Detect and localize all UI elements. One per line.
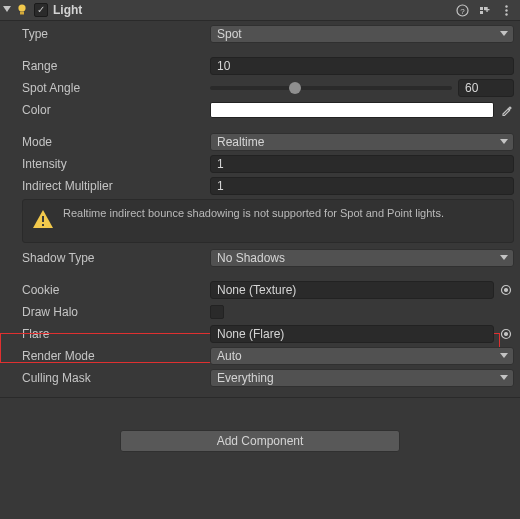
svg-rect-2 — [20, 12, 24, 15]
row-draw-halo: Draw Halo — [6, 303, 514, 321]
add-component-button[interactable]: Add Component — [120, 430, 400, 452]
svg-point-11 — [505, 9, 507, 11]
input-range[interactable]: 10 — [210, 57, 514, 75]
label-type: Type — [22, 27, 210, 41]
color-swatch[interactable] — [210, 102, 494, 118]
component-header[interactable]: ✓ Light ? — [0, 0, 520, 21]
svg-marker-13 — [500, 31, 508, 36]
dropdown-shadow-type[interactable]: No Shadows — [210, 249, 514, 267]
label-color: Color — [22, 103, 210, 117]
chevron-down-icon — [500, 371, 508, 385]
svg-point-10 — [505, 5, 507, 7]
svg-marker-18 — [500, 255, 508, 260]
chevron-down-icon — [500, 135, 508, 149]
svg-point-12 — [505, 13, 507, 15]
dropdown-type-value: Spot — [217, 27, 242, 41]
svg-rect-9 — [486, 7, 487, 12]
svg-point-20 — [505, 289, 508, 292]
label-cookie: Cookie — [22, 283, 210, 297]
label-indirect: Indirect Multiplier — [22, 179, 210, 193]
svg-rect-7 — [480, 11, 483, 14]
dropdown-shadow-type-value: No Shadows — [217, 251, 285, 265]
label-mode: Mode — [22, 135, 210, 149]
objectfield-cookie[interactable]: None (Texture) — [210, 281, 494, 299]
label-shadow-type: Shadow Type — [22, 251, 210, 265]
chevron-down-icon — [500, 27, 508, 41]
row-spot-angle: Spot Angle 60 — [6, 79, 514, 97]
object-picker-icon[interactable] — [498, 282, 514, 298]
svg-point-1 — [18, 4, 25, 11]
input-range-value: 10 — [217, 59, 230, 73]
row-type: Type Spot — [6, 25, 514, 43]
checkmark-icon: ✓ — [37, 5, 45, 15]
row-indirect: Indirect Multiplier 1 — [6, 177, 514, 195]
row-cookie: Cookie None (Texture) — [6, 281, 514, 299]
warning-icon — [29, 206, 57, 234]
svg-rect-16 — [42, 216, 44, 222]
input-intensity-value: 1 — [217, 157, 224, 171]
dropdown-culling-mask[interactable]: Everything — [210, 369, 514, 387]
input-intensity[interactable]: 1 — [210, 155, 514, 173]
label-draw-halo: Draw Halo — [22, 305, 210, 319]
chevron-down-icon — [500, 251, 508, 265]
enable-checkbox[interactable]: ✓ — [34, 3, 48, 17]
label-intensity: Intensity — [22, 157, 210, 171]
foldout-toggle-icon[interactable] — [2, 5, 12, 15]
svg-rect-17 — [42, 224, 44, 226]
input-indirect[interactable]: 1 — [210, 177, 514, 195]
component-body: Type Spot Range 10 Spot Angle — [0, 21, 520, 397]
row-shadow-type: Shadow Type No Shadows — [6, 249, 514, 267]
label-spot-angle: Spot Angle — [22, 81, 210, 95]
dropdown-type[interactable]: Spot — [210, 25, 514, 43]
eyedropper-icon[interactable] — [498, 102, 514, 118]
slider-spot-angle[interactable] — [210, 86, 452, 90]
objectfield-cookie-value: None (Texture) — [217, 283, 296, 297]
light-icon — [14, 2, 30, 18]
svg-marker-14 — [500, 139, 508, 144]
checkbox-draw-halo[interactable] — [210, 305, 224, 319]
svg-marker-24 — [500, 375, 508, 380]
dropdown-mode-value: Realtime — [217, 135, 264, 149]
dropdown-mode[interactable]: Realtime — [210, 133, 514, 151]
input-indirect-value: 1 — [217, 179, 224, 193]
dropdown-culling-mask-value: Everything — [217, 371, 274, 385]
dropdown-render-mode[interactable]: Auto — [210, 347, 514, 365]
context-menu-icon[interactable] — [498, 2, 514, 18]
row-culling-mask: Culling Mask Everything — [6, 369, 514, 387]
dropdown-render-mode-value: Auto — [217, 349, 242, 363]
label-render-mode: Render Mode — [22, 349, 210, 363]
row-range: Range 10 — [6, 57, 514, 75]
warning-text: Realtime indirect bounce shadowing is no… — [63, 206, 444, 220]
add-component-label: Add Component — [217, 434, 304, 448]
objectfield-flare[interactable]: None (Flare) — [210, 325, 494, 343]
chevron-down-icon — [500, 349, 508, 363]
slider-thumb[interactable] — [289, 82, 301, 94]
svg-text:?: ? — [460, 6, 465, 15]
input-spot-angle[interactable]: 60 — [458, 79, 514, 97]
help-icon[interactable]: ? — [454, 2, 470, 18]
input-spot-angle-value: 60 — [465, 81, 478, 95]
row-flare: Flare None (Flare) — [6, 325, 514, 343]
svg-marker-23 — [500, 353, 508, 358]
label-range: Range — [22, 59, 210, 73]
presets-icon[interactable] — [476, 2, 492, 18]
row-mode: Mode Realtime — [6, 133, 514, 151]
row-intensity: Intensity 1 — [6, 155, 514, 173]
objectfield-flare-value: None (Flare) — [217, 327, 284, 341]
label-flare: Flare — [22, 327, 210, 341]
row-render-mode: Render Mode Auto — [6, 347, 514, 365]
inspector-panel: ✓ Light ? Type Spot Ra — [0, 0, 520, 452]
row-color: Color — [6, 101, 514, 119]
component-title: Light — [53, 3, 448, 17]
warning-box: Realtime indirect bounce shadowing is no… — [22, 199, 514, 243]
svg-rect-5 — [480, 7, 483, 10]
svg-point-22 — [505, 333, 508, 336]
label-culling-mask: Culling Mask — [22, 371, 210, 385]
svg-marker-0 — [3, 6, 11, 12]
object-picker-icon[interactable] — [498, 326, 514, 342]
